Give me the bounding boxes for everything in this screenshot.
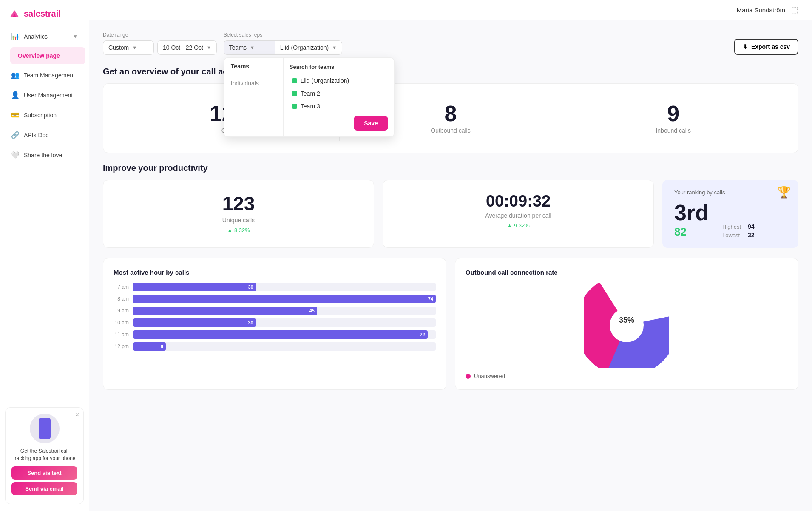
avg-duration-change: ▲ 9.32% — [397, 222, 640, 229]
promo-close-button[interactable]: × — [75, 411, 79, 419]
subscription-icon: 💳 — [11, 111, 20, 119]
teams-select[interactable]: Teams ▼ — [224, 40, 275, 55]
bar-value: 8 — [161, 344, 163, 349]
call-activity-title: Get an overview of your call activity — [103, 67, 798, 77]
pie-chart-svg: 35% — [584, 283, 669, 368]
sidebar-item-overview[interactable]: Overview page — [10, 47, 85, 64]
team-management-icon: 👥 — [11, 71, 20, 79]
sidebar: salestrail 📊 Analytics ▼ Overview page 👥… — [0, 0, 89, 511]
bar-row: 12 pm 8 — [114, 342, 436, 351]
date-range-value-arrow-icon: ▼ — [207, 45, 211, 50]
sign-out-icon[interactable]: ⬚ — [791, 5, 798, 14]
bar-hour-label: 12 pm — [114, 344, 129, 349]
bar-hour-label: 10 am — [114, 320, 129, 326]
filters-bar: Date range Custom ▼ 10 Oct - 22 Oct ▼ Se… — [103, 32, 798, 55]
unique-calls-change: ▲ 8.32% — [117, 227, 360, 233]
teams-search-panel: Search for teams Liid (Organization) Tea… — [284, 58, 394, 136]
date-range-custom-arrow-icon: ▼ — [132, 45, 137, 50]
sidebar-item-user-management[interactable]: 👤 User Management — [3, 86, 85, 104]
team-dot-icon — [292, 91, 297, 96]
sidebar-item-team-management[interactable]: 👥 Team Management — [3, 66, 85, 84]
bar-wrap: 30 — [133, 283, 436, 291]
pie-legend: Unanswered — [466, 373, 788, 379]
charts-row: Most active hour by calls 7 am 30 8 am 7… — [103, 258, 798, 390]
search-teams-title: Search for teams — [290, 64, 388, 70]
bar-fill: 45 — [133, 307, 317, 315]
bar-row: 7 am 30 — [114, 283, 436, 291]
ranking-card: 🏆 Your ranking by calls 3rd 82 Highest 9… — [662, 180, 798, 248]
bar-hour-label: 7 am — [114, 284, 129, 290]
send-via-email-button[interactable]: Send via email — [11, 482, 77, 495]
bar-hour-label: 8 am — [114, 296, 129, 302]
page-content: Date range Custom ▼ 10 Oct - 22 Oct ▼ Se… — [89, 20, 812, 402]
sidebar-item-subscription[interactable]: 💳 Subscription — [3, 106, 85, 124]
call-activity-card: 123 Calls 8 Outbound calls 9 Inbound cal… — [103, 83, 798, 153]
avg-duration-label: Average duration per call — [397, 212, 640, 219]
rank-score: 82 — [674, 225, 709, 238]
unique-calls-card: 123 Unique calls ▲ 8.32% — [103, 180, 374, 248]
share-love-icon: 🤍 — [11, 151, 20, 159]
team-option-team2[interactable]: Team 2 — [290, 87, 388, 100]
apis-doc-icon: 🔗 — [11, 131, 20, 139]
user-name: Maria Sundström — [737, 6, 785, 14]
sidebar-item-share-love[interactable]: 🤍 Share the love — [3, 146, 85, 164]
stats-row: 123 Calls 8 Outbound calls 9 Inbound cal… — [117, 96, 784, 141]
unique-calls-label: Unique calls — [117, 217, 360, 224]
bar-chart-title: Most active hour by calls — [114, 269, 436, 276]
bar-value: 30 — [248, 284, 253, 290]
date-range-group: Date range Custom ▼ 10 Oct - 22 Oct ▼ — [103, 32, 217, 55]
unanswered-dot — [466, 374, 471, 379]
up-arrow-icon: ▲ — [227, 227, 233, 233]
bar-hour-label: 9 am — [114, 308, 129, 314]
dropdown-teams-item[interactable]: Teams — [224, 58, 283, 75]
bar-fill: 30 — [133, 283, 256, 291]
sidebar-item-apis-doc[interactable]: 🔗 APIs Doc — [3, 126, 85, 144]
download-icon: ⬇ — [743, 43, 748, 50]
bar-fill: 8 — [133, 342, 166, 351]
pie-percent-text: 35% — [619, 316, 634, 324]
unique-calls-value: 123 — [117, 192, 360, 215]
lowest-label: Lowest — [722, 232, 740, 238]
bar-fill: 30 — [133, 318, 256, 327]
trophy-icon: 🏆 — [777, 186, 791, 199]
sidebar-item-analytics[interactable]: 📊 Analytics ▼ — [3, 27, 85, 45]
bar-chart: 7 am 30 8 am 74 9 am 45 10 am — [114, 283, 436, 351]
highest-value: 94 — [748, 223, 755, 230]
highest-label: Highest — [722, 224, 741, 230]
pie-chart-card: Outbound call connection rate 35% Unansw… — [455, 258, 798, 390]
team-option-liid[interactable]: Liid (Organization) — [290, 74, 388, 87]
bar-fill: 72 — [133, 330, 428, 339]
main-content: Maria Sundström ⬚ Date range Custom ▼ 10… — [89, 0, 812, 511]
save-button[interactable]: Save — [354, 116, 388, 131]
rank-stats: Highest 94 Lowest 32 — [722, 223, 755, 238]
bar-value: 72 — [420, 332, 425, 337]
export-csv-button[interactable]: ⬇ Export as csv — [734, 39, 798, 55]
logo-icon — [9, 8, 20, 20]
bar-chart-card: Most active hour by calls 7 am 30 8 am 7… — [103, 258, 446, 390]
bar-wrap: 8 — [133, 342, 436, 351]
dropdown-individuals-item[interactable]: Individuals — [224, 75, 283, 92]
teams-list: Teams Individuals — [224, 58, 284, 136]
inbound-label: Inbound calls — [572, 127, 774, 134]
logo: salestrail — [0, 0, 89, 26]
rank-position: 3rd — [674, 202, 709, 224]
date-range-custom-select[interactable]: Custom ▼ — [103, 40, 154, 55]
bar-wrap: 45 — [133, 307, 436, 315]
teams-arrow-icon: ▼ — [250, 45, 255, 50]
promo-card: × Get the Salestrail call tracking app f… — [5, 407, 84, 504]
team-option-team3[interactable]: Team 3 — [290, 100, 388, 113]
date-range-value-select[interactable]: 10 Oct - 22 Oct ▼ — [157, 40, 217, 55]
logo-text: salestrail — [24, 9, 61, 19]
bar-row: 11 am 72 — [114, 330, 436, 339]
org-select[interactable]: Liid (Organization) ▼ — [275, 40, 342, 55]
productivity-row: 123 Unique calls ▲ 8.32% 00:09:32 Averag… — [103, 180, 798, 248]
unanswered-legend-label: Unanswered — [474, 373, 505, 379]
avg-duration-card: 00:09:32 Average duration per call ▲ 9.3… — [383, 180, 654, 248]
bar-row: 10 am 30 — [114, 318, 436, 327]
send-via-text-button[interactable]: Send via text — [11, 466, 77, 480]
bar-row: 9 am 45 — [114, 307, 436, 315]
bar-fill: 74 — [133, 295, 436, 303]
bar-value: 45 — [309, 308, 315, 313]
org-arrow-icon: ▼ — [332, 45, 337, 50]
bar-wrap: 30 — [133, 318, 436, 327]
